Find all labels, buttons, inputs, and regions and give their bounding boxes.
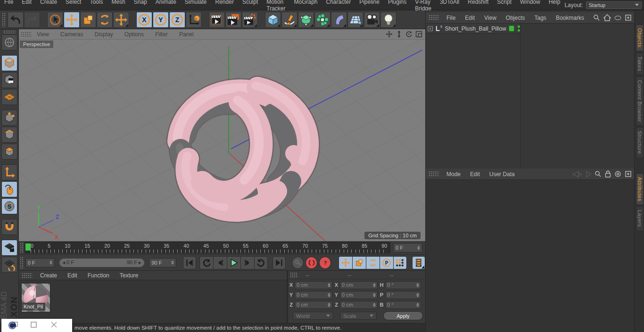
object-manager-menu-item[interactable]: Edit [460,15,479,21]
object-manager-grip[interactable] [429,15,439,21]
menu-item[interactable]: Window [516,0,545,12]
menu-item[interactable]: Motion Tracker [262,0,289,12]
menu-item[interactable]: Simulate [181,0,211,12]
record-key-button[interactable] [292,257,304,269]
toggle-view-icon[interactable] [415,31,422,38]
lock-x-button[interactable]: X [136,12,152,28]
points-mode-button[interactable] [1,110,17,126]
render-picture-viewer-button[interactable] [225,12,241,28]
menu-item[interactable]: Edit [17,0,36,12]
home-icon[interactable] [603,14,611,21]
make-editable-button[interactable] [1,34,17,50]
menu-item[interactable]: Pipeline [355,0,384,12]
cube-primitive-button[interactable] [265,12,281,28]
target-icon[interactable] [614,170,621,178]
cloner-button[interactable] [314,12,330,28]
light-button[interactable] [380,12,396,28]
lock-y-button[interactable]: Y [153,12,169,28]
menu-item[interactable]: 3DToAll [436,0,463,12]
attribute-area[interactable] [426,180,635,332]
toolbar-grip[interactable] [2,13,6,27]
viewport-canvas[interactable]: Y Z X Perspective Grid Spacing : 10 cm [19,40,425,241]
spline-pen-button[interactable] [281,12,297,28]
size-z-field[interactable]: 0 cm [340,301,378,309]
material-menu-item[interactable]: Function [83,272,115,279]
add-panel-icon[interactable] [625,170,632,178]
viewport-menu-item[interactable]: Panel [173,31,199,38]
panel-tab[interactable]: Attributes [636,173,643,205]
snap-button[interactable] [1,219,17,235]
history-forward-icon[interactable] [586,171,591,178]
spinner-icon[interactable] [171,260,174,265]
viewport-menu-item[interactable]: Display [89,31,118,38]
keyframe-position-button[interactable] [339,256,352,269]
menu-item[interactable]: Tools [85,0,107,12]
object-manager-menu-item[interactable]: Bookmarks [551,15,589,21]
soft-selection-button[interactable]: S [1,198,17,214]
material-name-label[interactable]: Knot_Pil [21,303,45,310]
menu-item[interactable]: Script [493,0,516,12]
timeline-grip[interactable] [20,243,24,253]
viewport-menu-item[interactable]: Filter [149,31,173,38]
timeline-ruler[interactable]: 051015202530354045505560657075808590 [25,242,390,253]
search-icon[interactable] [593,14,600,21]
menu-item[interactable]: Snap [130,0,151,12]
eye-icon[interactable] [614,16,621,20]
viewport-menu-item[interactable]: View [31,31,55,38]
viewport-menu-item[interactable]: Cameras [55,31,89,38]
object-manager-menu-item[interactable]: File [442,15,460,21]
camera-rotate-icon[interactable] [405,31,413,38]
attribute-manager-grip[interactable] [429,171,439,177]
viewport-menu-item[interactable]: Options [119,31,149,38]
expand-icon[interactable] [428,26,433,32]
model-mode-button[interactable] [1,55,17,71]
camera-button[interactable] [364,12,380,28]
size-y-field[interactable]: 0 cm [340,291,378,299]
menu-item[interactable]: Render [211,0,238,12]
goto-end-button[interactable] [272,256,286,269]
menu-item[interactable]: V-Ray Bridge [411,0,436,12]
enabled-toggle-icon[interactable] [509,25,514,32]
rot-b-field[interactable]: 0 ° [385,301,421,309]
floor-button[interactable] [347,12,363,28]
thumbnail-preview-window[interactable] [1,319,72,332]
current-frame-field[interactable]: 0 F [393,243,422,252]
search-icon[interactable] [594,170,602,178]
end-frame-field[interactable]: 90 F [149,258,176,267]
autokey-button[interactable] [305,257,317,269]
transport-grip[interactable] [20,257,24,269]
plush-knot-model[interactable] [177,86,308,211]
object-tree[interactable]: 0 Short_Plush_Ball_Pillow [426,24,635,169]
rot-p-field[interactable]: 0 ° [385,291,421,299]
lock-icon[interactable] [605,170,611,178]
layout-select[interactable]: Startup [586,1,642,9]
pos-x-field[interactable]: 0 cm [295,281,332,289]
pos-y-field[interactable]: 0 cm [295,291,332,299]
menu-item[interactable]: MoGraph [289,0,322,12]
tweak-mode-button[interactable] [1,181,17,197]
workplane-lock-button[interactable] [1,240,17,256]
menu-item[interactable]: File [0,0,17,12]
panel-tab[interactable]: Objects [636,24,643,51]
menu-item[interactable]: Mesh [107,0,129,12]
coordinate-space-dropdown[interactable]: World [293,312,333,320]
prev-frame-button[interactable] [213,256,227,269]
menu-item[interactable]: Redshift [463,0,493,12]
panel-tab[interactable]: Content Browser [636,76,643,126]
last-tool-button[interactable] [113,12,129,28]
rot-h-field[interactable]: 0 ° [385,281,421,289]
camera-label[interactable]: Perspective [20,40,53,48]
close-button[interactable] [51,321,57,330]
size-x-field[interactable]: 0 cm [340,281,378,289]
help-button[interactable]: ? [319,257,331,269]
panel-tab[interactable]: Layers [636,206,643,231]
object-row[interactable]: 0 Short_Plush_Ball_Pillow [426,24,520,34]
polygons-mode-button[interactable] [1,144,17,160]
frame-range-slider[interactable]: ◂ 0 F 90 F ▸ [59,259,145,267]
attribute-manager-menu-item[interactable]: User Data [485,171,520,178]
menu-item[interactable]: Create [36,0,61,12]
keyframe-parameter-button[interactable]: P [380,256,393,269]
edges-mode-button[interactable] [1,127,17,143]
lock-z-button[interactable]: Z [169,12,185,28]
object-name[interactable]: Short_Plush_Ball_Pillow [445,25,506,32]
